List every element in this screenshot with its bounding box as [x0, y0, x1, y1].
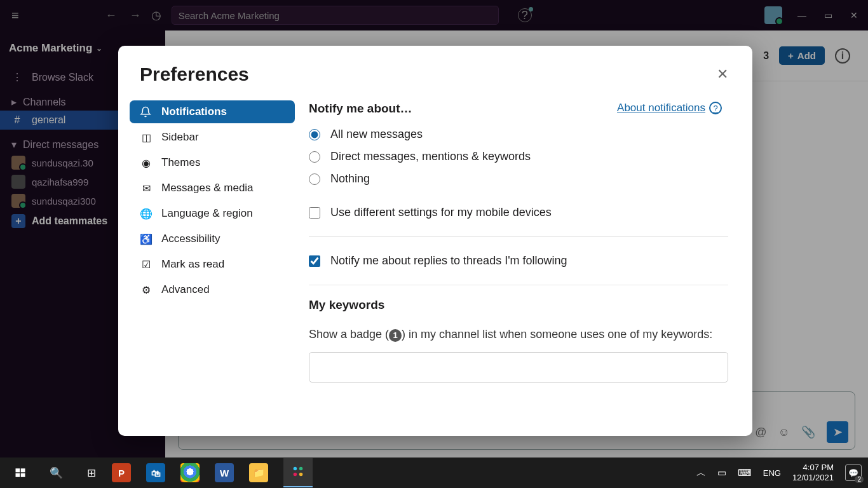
checkbox-mobile-diff[interactable]: Use different settings for my mobile dev…: [309, 201, 728, 224]
radio-dm-mentions[interactable]: Direct messages, mentions & keywords: [309, 146, 728, 168]
svg-point-6: [294, 473, 297, 477]
battery-icon[interactable]: ▭: [717, 467, 726, 478]
svg-point-4: [294, 467, 297, 471]
keywords-input[interactable]: [309, 352, 728, 383]
gear-icon: ⚙: [140, 284, 153, 296]
bell-icon: [140, 106, 153, 118]
taskbar-explorer[interactable]: 📁: [249, 463, 268, 482]
category-advanced[interactable]: ⚙Advanced: [130, 278, 295, 301]
svg-rect-2: [16, 473, 20, 477]
divider: [309, 236, 728, 237]
taskbar-clock[interactable]: 4:07 PM 12/01/2021: [792, 463, 834, 482]
search-icon[interactable]: 🔍: [47, 464, 65, 482]
check-icon: ☑: [140, 259, 153, 271]
checkbox-input[interactable]: [309, 207, 320, 219]
accessibility-icon: ♿: [140, 233, 153, 245]
category-notifications[interactable]: Notifications: [130, 100, 295, 123]
sidebar-icon: ◫: [140, 132, 153, 144]
check-label: Use different settings for my mobile dev…: [330, 206, 552, 219]
about-notifications-link[interactable]: About notifications ?: [617, 102, 722, 114]
language-indicator[interactable]: ENG: [763, 468, 781, 478]
windows-taskbar: 🔍 ⊞ P 🛍 W 📁 ︿ ▭ ⌨ ENG 4:07 PM 12/01/2021…: [0, 458, 868, 488]
check-label: Notify me about replies to threads I'm f…: [330, 254, 567, 268]
category-label: Themes: [161, 156, 200, 169]
radio-label: All new messages: [330, 128, 423, 141]
taskbar-slack[interactable]: [283, 458, 313, 487]
category-mark-read[interactable]: ☑Mark as read: [130, 253, 295, 276]
time: 4:07 PM: [803, 463, 834, 473]
close-icon[interactable]: ✕: [714, 64, 731, 85]
category-label: Advanced: [161, 283, 210, 296]
modal-title: Preferences: [140, 64, 249, 85]
globe-icon: 🌐: [140, 208, 153, 220]
slack-app: ≡ ← → ◷ Search Acme Marketing ? — ▭ ✕ Ac…: [0, 0, 868, 458]
category-label: Sidebar: [161, 131, 199, 144]
radio-input[interactable]: [309, 151, 320, 163]
category-accessibility[interactable]: ♿Accessibility: [130, 227, 295, 250]
svg-rect-1: [21, 468, 25, 472]
radio-all-messages[interactable]: All new messages: [309, 123, 728, 146]
category-messages[interactable]: ✉Messages & media: [130, 177, 295, 200]
taskbar-word[interactable]: W: [215, 463, 234, 482]
chat-icon: ✉: [140, 182, 153, 194]
eye-icon: ◉: [140, 157, 153, 169]
taskbar-store[interactable]: 🛍: [146, 463, 165, 482]
radio-label: Direct messages, mentions & keywords: [330, 150, 531, 163]
category-sidebar[interactable]: ◫Sidebar: [130, 126, 295, 149]
notif-badge: 2: [855, 476, 864, 483]
badge-icon: 1: [389, 329, 402, 342]
svg-point-5: [299, 467, 303, 471]
about-label: About notifications: [617, 102, 705, 114]
category-label: Accessibility: [161, 233, 220, 245]
radio-input[interactable]: [309, 173, 320, 185]
checkbox-input[interactable]: [309, 255, 320, 267]
preferences-modal: Preferences ✕ Notifications ◫Sidebar ◉Th…: [118, 46, 752, 436]
question-icon: ?: [709, 102, 722, 114]
category-language[interactable]: 🌐Language & region: [130, 202, 295, 225]
taskbar-chrome[interactable]: [180, 463, 200, 482]
notifications-panel: About notifications ? Notify me about… A…: [295, 89, 752, 436]
category-label: Notifications: [161, 105, 227, 118]
date: 12/01/2021: [792, 473, 834, 483]
keyboard-icon[interactable]: ⌨: [738, 467, 752, 478]
radio-label: Nothing: [330, 172, 370, 186]
category-label: Language & region: [161, 207, 253, 220]
divider: [309, 285, 728, 285]
svg-point-7: [299, 473, 303, 477]
svg-rect-0: [16, 468, 20, 472]
keywords-description: Show a badge (1) in my channel list when…: [309, 326, 728, 343]
radio-input[interactable]: [309, 129, 320, 140]
start-button[interactable]: [11, 464, 29, 482]
checkbox-thread-replies[interactable]: Notify me about replies to threads I'm f…: [309, 250, 728, 272]
category-themes[interactable]: ◉Themes: [130, 151, 295, 174]
category-label: Messages & media: [161, 182, 254, 194]
keywords-heading: My keywords: [309, 298, 728, 312]
radio-nothing[interactable]: Nothing: [309, 168, 728, 190]
svg-rect-3: [21, 473, 25, 477]
tray-chevron-icon[interactable]: ︿: [696, 467, 706, 479]
preferences-categories: Notifications ◫Sidebar ◉Themes ✉Messages…: [130, 89, 295, 436]
task-view-icon[interactable]: ⊞: [83, 464, 100, 482]
action-center-icon[interactable]: 💬2: [845, 464, 862, 481]
category-label: Mark as read: [161, 258, 224, 271]
taskbar-powerpoint[interactable]: P: [112, 463, 131, 482]
modal-header: Preferences ✕: [118, 46, 752, 89]
